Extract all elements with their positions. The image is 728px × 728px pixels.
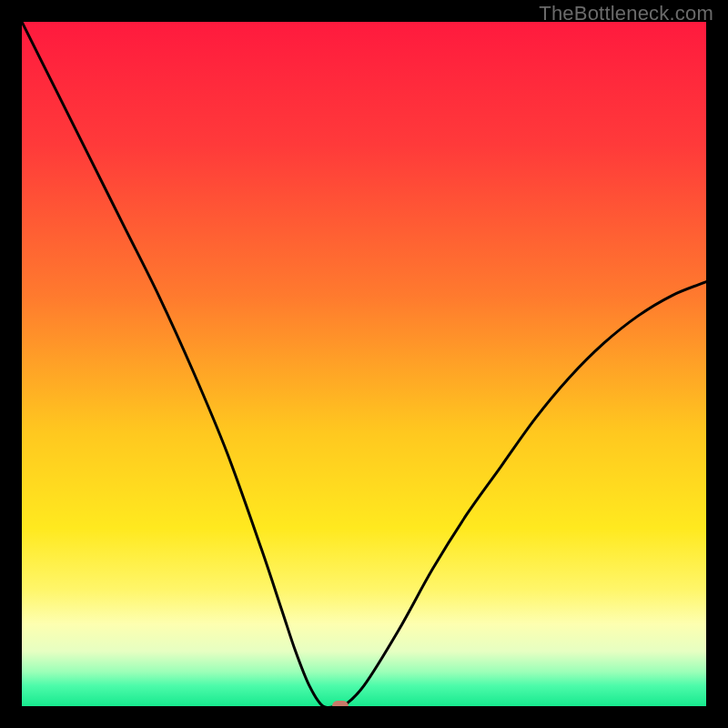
plot-area xyxy=(22,22,706,706)
optimum-marker-icon xyxy=(332,701,349,706)
curve-svg xyxy=(22,22,706,706)
outer-frame: TheBottleneck.com xyxy=(0,0,728,728)
bottleneck-curve xyxy=(22,22,706,706)
